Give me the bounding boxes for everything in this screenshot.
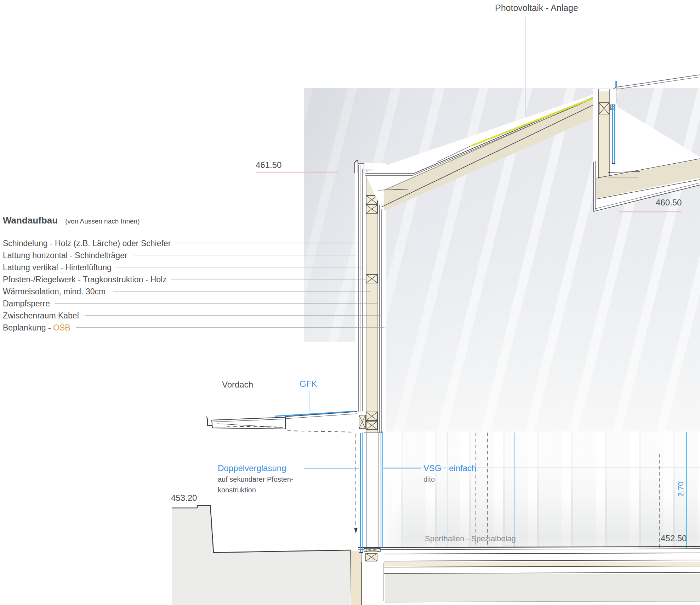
- wall-legend-title-text: Wandaufbau: [3, 215, 58, 226]
- legend-layer-schindelung: Schindelung - Holz (z.B. Lärche) oder Sc…: [3, 239, 171, 248]
- doppelverglasung-label: Doppelverglasung: [218, 463, 286, 473]
- wall-footing: [351, 548, 383, 605]
- clear-height-dimension: 2.70: [676, 479, 685, 500]
- reference-lines: [384, 432, 700, 548]
- double-glazing-line: [359, 433, 363, 553]
- doppelverglasung-sub1: auf sekundärer Pfosten-: [218, 475, 293, 484]
- elevation-460-50: 460.50: [656, 198, 682, 208]
- gfk-covering-line: [275, 411, 355, 416]
- elevation-452-50: 452.50: [661, 533, 687, 543]
- legend-layer-beplankung: Beplankung - OSB: [3, 323, 70, 333]
- legend-layer-zwischenraum-kabel: Zwischenraum Kabel: [3, 311, 79, 321]
- legend-layer-lattung-horizontal: Lattung horizontal - Schindelträger: [3, 251, 127, 260]
- canopy-drawing: [206, 411, 365, 432]
- wall-legend-title: Wandaufbau (von Aussen nach Innen): [3, 215, 140, 226]
- elevation-453-20: 453.20: [171, 493, 197, 503]
- wall-legend-subtitle: (von Aussen nach Innen): [65, 217, 140, 225]
- vsg-label: VSG - einfach: [423, 463, 476, 473]
- legend-layer-waermeisolation: Wärmeisolation, mind. 30cm: [3, 287, 106, 296]
- vordach-label: Vordach: [222, 380, 253, 390]
- terrain: [172, 505, 351, 605]
- elevation-461-50: 461.50: [256, 160, 281, 170]
- section-drawing-page: Photovoltaik - Anlage 461.50 460.50 453.…: [0, 0, 700, 605]
- gfk-label: GFK: [300, 379, 317, 389]
- sporthallen-belag-label: Sporthallen - Spezialbelag: [425, 534, 516, 543]
- clerestory-and-valley-roof: [593, 75, 700, 213]
- upper-roof: [365, 87, 618, 211]
- floor-slab: [358, 547, 700, 602]
- doppelverglasung-sub2: konstruktion: [218, 486, 256, 494]
- photovoltaik-label: Photovoltaik - Anlage: [495, 3, 578, 13]
- osb-material: OSB: [53, 323, 70, 332]
- beplankung-prefix: Beplankung -: [3, 323, 53, 332]
- vsg-sub-dito: dito: [423, 475, 435, 484]
- facade-glazing: [354, 431, 383, 553]
- legend-layer-dampfsperre: Dampfsperre: [3, 299, 50, 309]
- arrow-down-icon: [354, 528, 358, 533]
- legend-layer-pfosten-riegelwerk: Pfosten-/Riegelwerk - Tragkonstruktion -…: [3, 275, 167, 284]
- legend-layer-lattung-vertikal: Lattung vertikal - Hinterlüftung: [3, 263, 112, 272]
- section-linework: [0, 0, 700, 605]
- vsg-glazing-line: [381, 431, 383, 548]
